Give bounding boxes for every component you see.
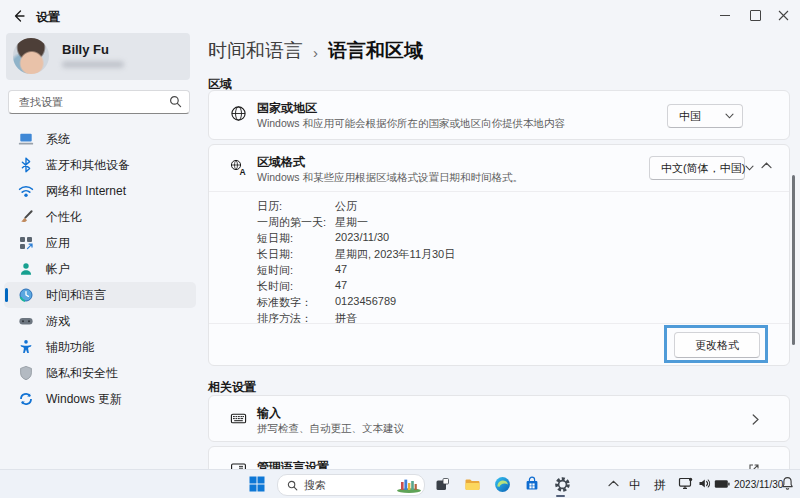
brush-icon — [18, 209, 34, 225]
maximize-icon — [750, 10, 761, 21]
volume-icon[interactable] — [698, 477, 711, 490]
chevron-down-icon — [725, 113, 734, 119]
maximize-button[interactable] — [740, 0, 770, 30]
taskbar-search[interactable]: 搜索 — [277, 474, 425, 496]
avatar — [13, 38, 49, 74]
regional-format-dropdown[interactable]: 中文(简体，中国) — [649, 156, 745, 180]
detail-label: 日历: — [257, 200, 282, 212]
bluetooth-icon — [18, 157, 34, 173]
sidebar-item-accessibility[interactable]: 辅助功能 — [4, 334, 196, 360]
breadcrumb: 时间和语言 › 语言和区域 — [208, 38, 423, 64]
microsoft-store-button[interactable] — [522, 474, 542, 494]
minimize-icon — [720, 15, 730, 16]
store-icon — [524, 476, 540, 492]
minimize-button[interactable] — [710, 0, 740, 30]
breadcrumb-separator-icon: › — [313, 42, 318, 61]
clock-icon — [18, 287, 34, 303]
network-display-icon[interactable] — [678, 477, 693, 490]
active-app-indicator — [556, 495, 565, 498]
detail-label: 短日期: — [257, 232, 293, 244]
hidden-icons-chevron-icon[interactable] — [608, 480, 619, 487]
start-button[interactable] — [247, 474, 267, 494]
back-icon[interactable] — [10, 7, 28, 25]
file-explorer-button[interactable] — [462, 474, 482, 494]
sidebar-item-network-internet[interactable]: 网络和 Internet — [4, 178, 196, 204]
detail-value: 0123456789 — [335, 295, 396, 307]
admin-language-card[interactable]: 管理语言设置 — [208, 446, 790, 470]
sidebar-item-label: 应用 — [46, 235, 70, 252]
detail-value: 星期四, 2023年11月30日 — [335, 247, 455, 262]
country-dropdown[interactable]: 中国 — [667, 104, 743, 128]
collapse-chevron-up-icon[interactable] — [761, 162, 772, 169]
change-format-button[interactable]: 更改格式 — [674, 332, 760, 358]
titlebar: 设置 — [0, 0, 800, 32]
detail-value: 星期一 — [335, 215, 368, 230]
detail-label: 长时间: — [257, 280, 293, 292]
globe-icon — [230, 105, 247, 122]
windows-logo-icon — [249, 476, 265, 492]
sidebar-item-windows-update[interactable]: Windows 更新 — [4, 386, 196, 412]
detail-label: 长日期: — [257, 248, 293, 260]
detail-row-short-time: 短时间:47 — [257, 263, 789, 279]
apps-icon — [18, 235, 34, 251]
regional-format-card: A 区域格式 Windows 和某些应用根据区域格式设置日期和时间格式。 中文(… — [208, 144, 790, 366]
chevron-right-icon — [752, 414, 759, 425]
regional-format-title: 区域格式 — [257, 154, 305, 171]
page-title: 语言和区域 — [328, 38, 423, 64]
sidebar-item-gaming[interactable]: 游戏 — [4, 308, 196, 334]
format-details: 日历:公历 一周的第一天:星期一 短日期:2023/11/30 长日期:星期四,… — [209, 191, 789, 327]
detail-row-long-time: 长时间:47 — [257, 279, 789, 295]
keyboard-icon — [230, 410, 247, 427]
svg-text:A: A — [240, 167, 246, 176]
detail-row-standard-digits: 标准数字：0123456789 — [257, 295, 789, 311]
task-view-button[interactable] — [432, 474, 452, 494]
ime-language-indicator[interactable]: 中 — [629, 477, 641, 494]
search-highlight-image[interactable] — [396, 477, 422, 493]
sidebar-item-personalization[interactable]: 个性化 — [4, 204, 196, 230]
sidebar-item-time-language[interactable]: 时间和语言 — [4, 282, 196, 308]
sidebar-item-accounts[interactable]: 帐户 — [4, 256, 196, 282]
sidebar-item-label: 帐户 — [46, 261, 70, 278]
gamepad-icon — [18, 313, 34, 329]
main-content: 时间和语言 › 语言和区域 区域 国家或地区 Windows 和应用可能会根据你… — [200, 32, 800, 470]
country-region-card: 国家或地区 Windows 和应用可能会根据你所在的国家或地区向你提供本地内容 … — [208, 90, 790, 140]
detail-row-short-date: 短日期:2023/11/30 — [257, 231, 789, 247]
update-icon — [18, 391, 34, 407]
regional-format-dropdown-value: 中文(简体，中国) — [661, 161, 745, 176]
task-view-icon — [435, 477, 450, 492]
detail-label: 短时间: — [257, 264, 293, 276]
app-title: 设置 — [36, 9, 60, 26]
typing-card[interactable]: 输入 拼写检查、自动更正、文本建议 — [208, 395, 790, 442]
close-icon — [778, 10, 789, 21]
settings-window: 设置 Billy Fu 系统 蓝牙和其他设备 — [0, 0, 800, 498]
edge-browser-button[interactable] — [492, 474, 512, 494]
tray-date[interactable]: 2023/11/30 — [734, 479, 783, 490]
sidebar-item-label: 游戏 — [46, 313, 70, 330]
accessibility-icon — [18, 339, 34, 355]
taskbar-search-placeholder: 搜索 — [304, 478, 326, 493]
scrollbar[interactable] — [792, 175, 795, 345]
detail-value: 公历 — [335, 199, 357, 214]
user-card[interactable]: Billy Fu — [6, 33, 190, 80]
country-dropdown-value: 中国 — [679, 109, 701, 124]
settings-app-button[interactable] — [552, 474, 572, 494]
settings-search[interactable] — [8, 90, 190, 114]
sidebar-item-privacy-security[interactable]: 隐私和安全性 — [4, 360, 196, 386]
chevron-down-icon — [745, 165, 754, 171]
wifi-icon — [18, 183, 34, 199]
sidebar-item-bluetooth-devices[interactable]: 蓝牙和其他设备 — [4, 152, 196, 178]
battery-icon[interactable] — [714, 479, 730, 489]
breadcrumb-parent[interactable]: 时间和语言 — [208, 38, 303, 64]
sidebar-item-label: 时间和语言 — [46, 287, 106, 304]
shield-icon — [18, 365, 34, 381]
detail-value: 47 — [335, 263, 347, 275]
detail-label: 一周的第一天: — [257, 216, 326, 228]
notifications-bell-icon[interactable] — [781, 476, 794, 491]
sidebar-item-system[interactable]: 系统 — [4, 126, 196, 152]
account-icon — [18, 261, 34, 277]
close-button[interactable] — [768, 0, 798, 30]
ime-mode-indicator[interactable]: 拼 — [654, 477, 666, 494]
sidebar-item-apps[interactable]: 应用 — [4, 230, 196, 256]
highlight-box: 更改格式 — [664, 325, 768, 363]
search-input[interactable] — [17, 92, 161, 112]
